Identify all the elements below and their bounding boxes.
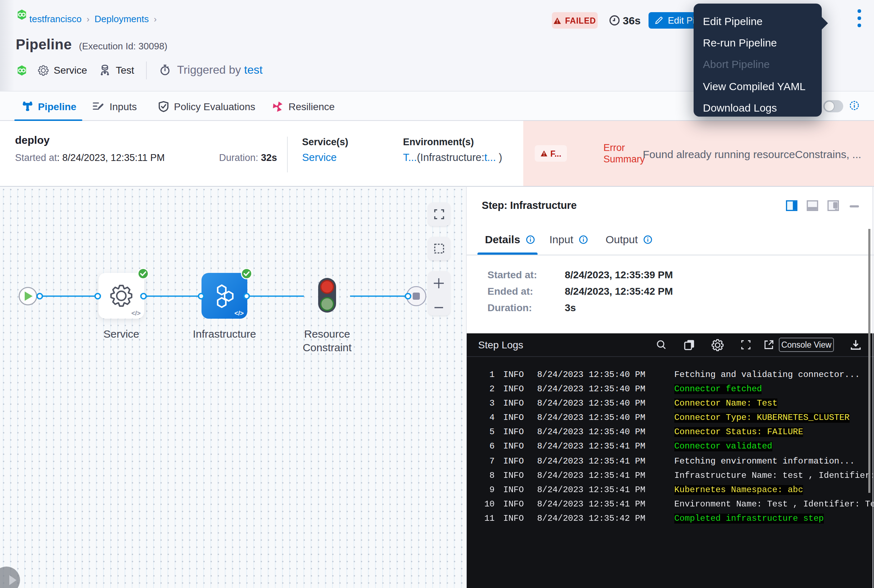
svg-text:</>: </> bbox=[131, 310, 141, 317]
svg-text:</>: </> bbox=[235, 310, 244, 317]
